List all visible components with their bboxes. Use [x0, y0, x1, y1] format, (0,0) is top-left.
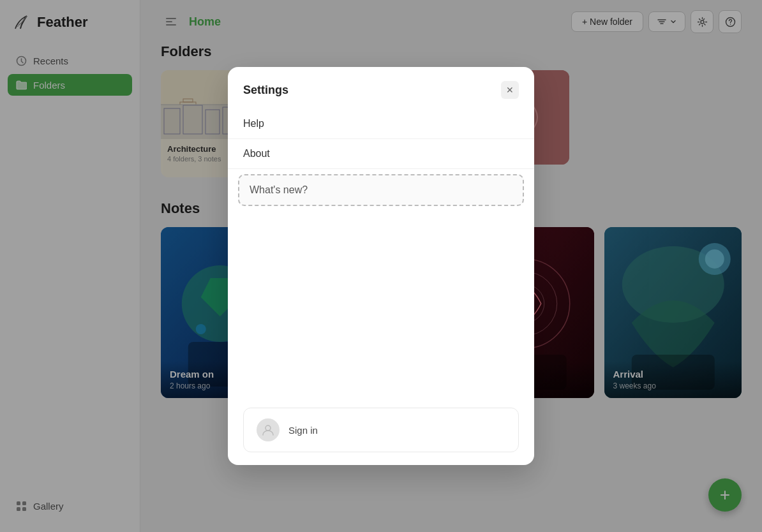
- close-icon: ✕: [506, 85, 514, 95]
- modal-menu-item-whats-new[interactable]: What's new?: [238, 174, 524, 206]
- modal-title: Settings: [243, 84, 288, 97]
- about-label: About: [243, 148, 270, 159]
- modal-overlay[interactable]: Settings ✕ Help About What's new?: [0, 0, 762, 532]
- svg-point-63: [265, 425, 271, 431]
- sign-in-row[interactable]: Sign in: [243, 408, 519, 452]
- modal-header: Settings ✕: [228, 67, 534, 109]
- modal-menu: Help About What's new?: [228, 109, 534, 221]
- sign-in-avatar: [257, 418, 280, 441]
- modal-content-area: [228, 221, 534, 400]
- user-icon: [262, 424, 274, 436]
- sign-in-label: Sign in: [288, 425, 318, 436]
- help-label: Help: [243, 118, 264, 129]
- whats-new-label: What's new?: [250, 184, 308, 195]
- modal-menu-item-help[interactable]: Help: [228, 109, 534, 139]
- modal-footer: Sign in: [228, 400, 534, 465]
- modal-menu-item-about[interactable]: About: [228, 139, 534, 169]
- settings-modal: Settings ✕ Help About What's new?: [228, 67, 534, 465]
- modal-close-button[interactable]: ✕: [501, 81, 519, 99]
